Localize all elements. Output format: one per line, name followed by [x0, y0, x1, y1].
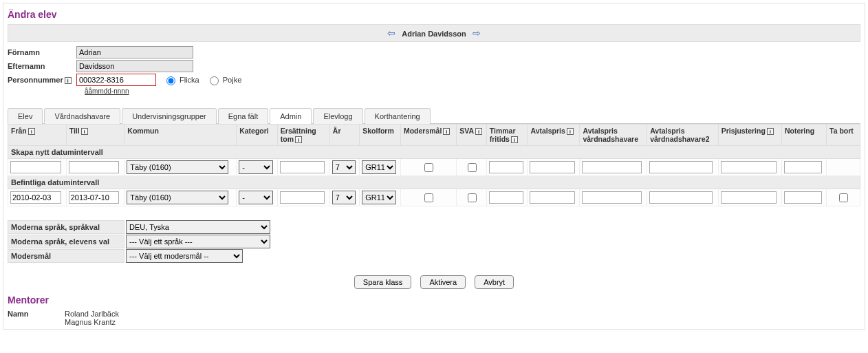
avbryt-button[interactable]: Avbryt	[475, 275, 514, 289]
efternamn-input	[76, 60, 193, 72]
info-icon[interactable]: i	[511, 136, 518, 143]
avtalspris-input[interactable]	[530, 191, 575, 204]
student-nav-bar: ⇦ Adrian Davidsson ⇨	[8, 24, 860, 42]
timmar-input[interactable]	[489, 191, 523, 204]
tab-elev[interactable]: Elev	[8, 108, 43, 124]
kommun-select[interactable]: Täby (0160)	[127, 191, 228, 204]
kommun-select[interactable]: Täby (0160)	[127, 160, 228, 174]
fran-input[interactable]	[10, 161, 61, 173]
tab-elevlogg[interactable]: Elevlogg	[313, 108, 362, 124]
admin-grid: Fråni Tilli Kommun Kategori Ersättning t…	[8, 124, 860, 206]
info-icon[interactable]: i	[28, 128, 35, 135]
modersmal-checkbox[interactable]	[424, 193, 433, 202]
notering-input[interactable]	[784, 191, 822, 204]
kategori-select[interactable]: -	[239, 191, 273, 204]
mentor-name: Roland Jarlbäck	[65, 310, 119, 318]
fran-input[interactable]	[10, 191, 61, 204]
avt-vh-input[interactable]	[582, 191, 641, 204]
avt-vh-input[interactable]	[582, 161, 641, 173]
notering-input[interactable]	[784, 161, 822, 173]
gender-pojke-radio[interactable]	[210, 76, 219, 85]
tab-undervisningsgrupper[interactable]: Undervisningsgrupper	[122, 108, 217, 124]
sprakval-select[interactable]: DEU, Tyska	[126, 220, 270, 234]
section-existing: Befintliga datumintervall	[8, 176, 860, 189]
fornamn-label: Förnamn	[8, 48, 76, 56]
gender-radio-group: Flicka Pojke	[163, 74, 241, 85]
info-icon[interactable]: i	[65, 77, 72, 84]
table-row: Täby (0160) - 7 GR11	[8, 189, 860, 206]
tab-korthantering[interactable]: Korthantering	[365, 108, 431, 124]
info-icon[interactable]: i	[475, 128, 482, 135]
fornamn-row: Förnamn	[8, 46, 860, 58]
aktivera-button[interactable]: Aktivera	[420, 275, 466, 289]
tab-egna-falt[interactable]: Egna fält	[218, 108, 268, 124]
next-student-arrow[interactable]: ⇨	[468, 28, 485, 39]
language-block: Moderna språk, språkval DEU, Tyska Moder…	[8, 220, 860, 263]
gender-flicka-label: Flicka	[180, 76, 199, 84]
info-icon[interactable]: i	[767, 128, 774, 135]
tab-admin[interactable]: Admin	[270, 108, 312, 124]
avt-vh2-input[interactable]	[649, 161, 713, 173]
avtalspris-input[interactable]	[530, 161, 575, 173]
kategori-select[interactable]: -	[239, 160, 273, 174]
sprakval-label: Moderna språk, språkval	[8, 220, 124, 234]
skolform-select[interactable]: GR11	[362, 191, 396, 204]
till-input[interactable]	[69, 161, 120, 173]
prev-student-arrow[interactable]: ⇦	[383, 28, 400, 39]
till-input[interactable]	[69, 191, 120, 204]
ar-select[interactable]: 7	[332, 191, 356, 204]
timmar-input[interactable]	[489, 161, 523, 173]
action-bar: Spara klass Aktivera Avbryt	[8, 275, 860, 289]
info-icon[interactable]: i	[567, 128, 574, 135]
student-name: Adrian Davidsson	[402, 30, 466, 38]
info-icon[interactable]: i	[81, 128, 88, 135]
prisjustering-input[interactable]	[721, 191, 777, 204]
mentors-section: Mentorer Namn Roland Jarlbäck Magnus Kra…	[8, 295, 860, 326]
mentors-namn-label: Namn	[8, 310, 63, 318]
modersmal-select[interactable]: --- Välj ett modersmål --	[126, 249, 243, 263]
info-icon[interactable]: i	[443, 128, 450, 135]
efternamn-row: Efternamn	[8, 60, 860, 72]
page-container: Ändra elev ⇦ Adrian Davidsson ⇨ Förnamn …	[3, 3, 865, 330]
mentor-name: Magnus Krantz	[65, 318, 116, 326]
ersattning-input[interactable]	[280, 191, 325, 204]
avt-vh2-input[interactable]	[649, 191, 713, 204]
modersmal-label: Modersmål	[8, 249, 124, 263]
efternamn-label: Efternamn	[8, 62, 76, 70]
modersmal-checkbox[interactable]	[424, 163, 433, 172]
section-new: Skapa nytt datumintervall	[8, 146, 860, 159]
ar-select[interactable]: 7	[332, 160, 356, 174]
gender-flicka-radio[interactable]	[166, 76, 175, 85]
sva-checkbox[interactable]	[468, 163, 477, 172]
spara-button[interactable]: Spara klass	[354, 275, 411, 289]
table-row: Täby (0160) - 7 GR11	[8, 159, 860, 176]
personnummer-hint: ååmmdd-nnnn	[8, 87, 860, 95]
fornamn-input	[76, 46, 193, 58]
tab-vardnadshavare[interactable]: Vårdnadshavare	[44, 108, 120, 124]
personnummer-input[interactable]	[76, 74, 156, 86]
personnummer-label: Personnummeri	[8, 76, 76, 84]
grid-header-row: Fråni Tilli Kommun Kategori Ersättning t…	[8, 125, 860, 146]
skolform-select[interactable]: GR11	[362, 160, 396, 174]
page-title: Ändra elev	[8, 9, 860, 20]
prisjustering-input[interactable]	[721, 161, 777, 173]
elevens-select[interactable]: --- Välj ett språk ---	[126, 235, 270, 248]
mentors-heading: Mentorer	[8, 295, 860, 306]
personnummer-row: Personnummeri Flicka Pojke	[8, 74, 860, 86]
info-icon[interactable]: i	[295, 136, 302, 143]
elevens-label: Moderna språk, elevens val	[8, 235, 124, 248]
sva-checkbox[interactable]	[468, 193, 477, 202]
tab-bar: Elev Vårdnadshavare Undervisningsgrupper…	[8, 107, 860, 124]
gender-pojke-label: Pojke	[223, 76, 242, 84]
tabort-checkbox[interactable]	[839, 193, 848, 202]
ersattning-input[interactable]	[280, 161, 325, 173]
